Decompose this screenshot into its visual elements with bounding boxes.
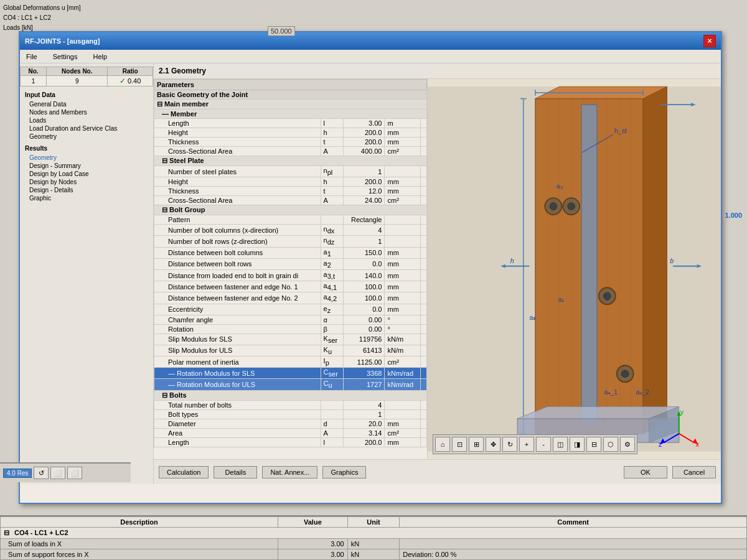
- group-bolts: ⊟ Bolts: [154, 390, 427, 400]
- row-bolt-length: Length l 200.0 mm: [154, 437, 427, 447]
- dialog-left-panel: No. Nodes No. Ratio 1 9 ✓ 0.40 Input Dat…: [20, 63, 154, 484]
- row-pattern: Pattern Rectangle: [154, 215, 427, 225]
- row-length: Length l 3.00 m: [154, 119, 427, 128]
- taskbar-btn-3[interactable]: ⬜: [67, 467, 82, 479]
- tree-geometry-input[interactable]: Geometry: [20, 133, 153, 141]
- parameter-table: Parameters Basic Geometry of the Joint ⊟…: [154, 79, 427, 447]
- axis-y-label: 1.000: [725, 212, 742, 219]
- tree-design-nodes[interactable]: Design by Nodes: [20, 178, 153, 186]
- row-ratio: ✓ 0.40: [108, 76, 153, 86]
- dialog-main-area: 2.1 Geometry Parameters Basic Ge: [154, 63, 721, 484]
- vis-btn-zoom-in[interactable]: +: [519, 437, 534, 452]
- row-area-plate: Cross-Sectional Area A 24.00 cm²: [154, 196, 427, 205]
- sum-loads-row: Sum of loads in X 3.00 kN: [1, 539, 747, 549]
- row-slip-uls: Slip Modulus for ULS Ku 61413 kN/m: [154, 345, 427, 356]
- section-input-data: Input Data: [20, 90, 153, 100]
- main-dialog: RF-JOINTS - [ausgang] × File Settings He…: [19, 31, 722, 504]
- vis-btn-perspective[interactable]: ⬡: [603, 437, 618, 452]
- svg-point-20: [550, 203, 557, 210]
- tree-design-summary[interactable]: Design - Summary: [20, 162, 153, 170]
- result-badge: 4.0 Res: [3, 469, 32, 478]
- tree-loads[interactable]: Loads: [20, 116, 153, 124]
- check-icon: ✓: [120, 77, 126, 85]
- col-description-header: Description: [1, 517, 278, 528]
- vis-btn-rotate[interactable]: ↻: [502, 437, 517, 452]
- vis-btn-top[interactable]: ⊟: [586, 437, 601, 452]
- row-rotation-uls: — Rotation Modulus for ULS Cu 1727 kNm/r…: [154, 379, 427, 390]
- group-bolt-group: ⊟ Bolt Group: [154, 205, 427, 215]
- sum-support-desc: Sum of support forces in X: [1, 549, 278, 560]
- cancel-button[interactable]: Cancel: [672, 466, 716, 478]
- sum-support-val: 3.00: [278, 549, 348, 560]
- svg-text:z: z: [659, 441, 662, 448]
- sum-loads-unit: kN: [347, 539, 400, 549]
- member-label: — Member: [154, 110, 427, 119]
- col-ratio: Ratio: [108, 67, 153, 76]
- tree-graphic[interactable]: Graphic: [20, 194, 153, 202]
- tree-design-load-case[interactable]: Design by Load Case: [20, 170, 153, 178]
- vis-btn-side[interactable]: ◨: [570, 437, 585, 452]
- close-button[interactable]: ×: [703, 35, 716, 47]
- section-results: Results: [20, 143, 153, 154]
- sum-loads-comment: [400, 539, 747, 549]
- dialog-toolbar: Calculation Details Nat. Annex... Graphi…: [154, 459, 721, 484]
- calculation-button[interactable]: Calculation: [159, 466, 209, 478]
- number-table: No. Nodes No. Ratio 1 9 ✓ 0.40: [20, 67, 153, 86]
- svg-text:x: x: [696, 441, 700, 448]
- nat-annex-button[interactable]: Nat. Annex...: [262, 466, 317, 478]
- row-no: 1: [21, 76, 47, 86]
- params-header: Parameters: [154, 80, 427, 90]
- vis-btn-home[interactable]: ⌂: [435, 437, 450, 452]
- details-button[interactable]: Details: [214, 466, 257, 478]
- row-rotation-sls: — Rotation Modulus for SLS Cser 3368 kNm…: [154, 368, 427, 379]
- tree-general-data[interactable]: General Data: [20, 100, 153, 108]
- row-chamfer: Chamfer angle α 0.00 °: [154, 315, 427, 324]
- basic-geometry-label: Basic Geometry of the Joint: [154, 90, 427, 100]
- svg-text:b: b: [670, 257, 674, 264]
- vis-btn-zoom-fit[interactable]: ⊡: [452, 437, 467, 452]
- ok-button[interactable]: OK: [624, 466, 667, 478]
- row-eccentricity: Eccentricity ez 0.0 mm: [154, 304, 427, 315]
- row-total-bolts: Total number of bolts 4: [154, 400, 427, 409]
- svg-point-22: [568, 203, 575, 210]
- dialog-titlebar: RF-JOINTS - [ausgang] ×: [20, 32, 721, 50]
- tree-nodes-members[interactable]: Nodes and Members: [20, 108, 153, 116]
- vis-btn-zoom-out[interactable]: -: [536, 437, 551, 452]
- svg-text:a₄_2: a₄_2: [636, 388, 650, 396]
- bolt-group-label: ⊟ Bolt Group: [154, 205, 427, 215]
- col-comment-header: Comment: [400, 517, 747, 528]
- taskbar-btn-2[interactable]: ⬜: [50, 467, 65, 479]
- row-diameter: Diameter d 20.0 mm: [154, 419, 427, 428]
- row-edge-2: Distance between fastener and edge No. 2…: [154, 292, 427, 304]
- main-member-label: ⊟ Main member: [154, 100, 427, 110]
- svg-marker-11: [643, 86, 667, 434]
- row-dist-cols: Distance between bolt columns a1 150.0 m…: [154, 247, 427, 258]
- vis-btn-zoom-window[interactable]: ⊞: [469, 437, 484, 452]
- sum-loads-val: 3.00: [278, 539, 348, 549]
- taskbar-btn-1[interactable]: ↺: [34, 467, 49, 479]
- vis-btn-front[interactable]: ◫: [553, 437, 568, 452]
- tree-geometry-results[interactable]: Geometry: [20, 154, 153, 162]
- row-nodes: 9: [47, 76, 108, 86]
- svg-text:h: h: [510, 257, 514, 264]
- svg-text:z: z: [605, 294, 609, 302]
- bolts-label: ⊟ Bolts: [154, 390, 427, 400]
- row-thickness-plate: Thickness t 12.0 mm: [154, 187, 427, 196]
- svg-point-26: [621, 370, 629, 378]
- menu-help[interactable]: Help: [90, 52, 110, 62]
- tree-design-details[interactable]: Design - Details: [20, 186, 153, 194]
- dialog-title: RF-JOINTS - [ausgang]: [25, 37, 703, 45]
- menu-file[interactable]: File: [23, 52, 40, 62]
- vis-btn-pan[interactable]: ✥: [486, 437, 500, 452]
- graphics-button[interactable]: Graphics: [322, 466, 366, 478]
- menu-settings[interactable]: Settings: [50, 52, 81, 62]
- row-num-plates: Number of steel plates npl 1: [154, 166, 427, 177]
- svg-text:a₃: a₃: [529, 314, 535, 321]
- vis-btn-settings[interactable]: ⚙: [620, 437, 635, 452]
- visualization-area: h b h_st a₅ a₁ a₄_1 a₄_2: [428, 79, 721, 459]
- tree-load-duration[interactable]: Load Duration and Service Clas: [20, 124, 153, 133]
- row-edge-1: Distance between fastener and edge No. 1…: [154, 281, 427, 292]
- sum-support-unit: kN: [347, 549, 400, 560]
- svg-text:h_st: h_st: [614, 127, 627, 134]
- visualization-toolbar: ⌂ ⊡ ⊞ ✥ ↻ + - ◫ ◨ ⊟ ⬡ ⚙: [433, 434, 637, 454]
